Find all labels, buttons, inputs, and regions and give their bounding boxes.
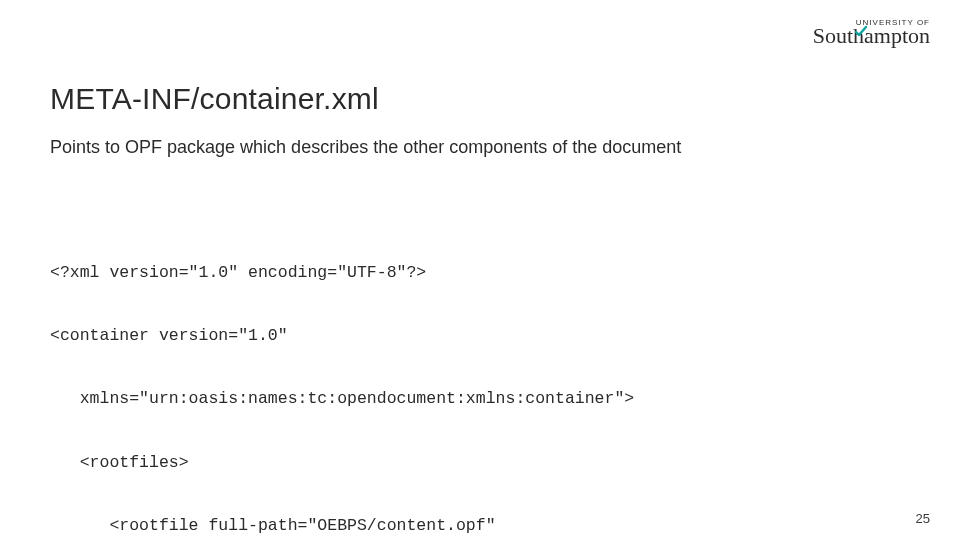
- logo-main-text: Southampton: [813, 25, 930, 47]
- code-line: <rootfile full-path="OEBPS/content.opf": [50, 515, 910, 536]
- code-line: <?xml version="1.0" encoding="UTF-8"?>: [50, 262, 910, 283]
- slide-title: META-INF/container.xml: [50, 82, 910, 116]
- code-line: <container version="1.0": [50, 325, 910, 346]
- slide-content: META-INF/container.xml Points to OPF pac…: [50, 82, 910, 540]
- logo-tick-icon: [855, 19, 867, 31]
- code-block: <?xml version="1.0" encoding="UTF-8"?> <…: [50, 219, 910, 540]
- code-line: xmlns="urn:oasis:names:tc:opendocument:x…: [50, 388, 910, 409]
- page-number: 25: [916, 511, 930, 526]
- university-logo: UNIVERSITY OF Southampton: [813, 18, 930, 47]
- code-line: <rootfiles>: [50, 452, 910, 473]
- slide-subtitle: Points to OPF package which describes th…: [50, 136, 910, 159]
